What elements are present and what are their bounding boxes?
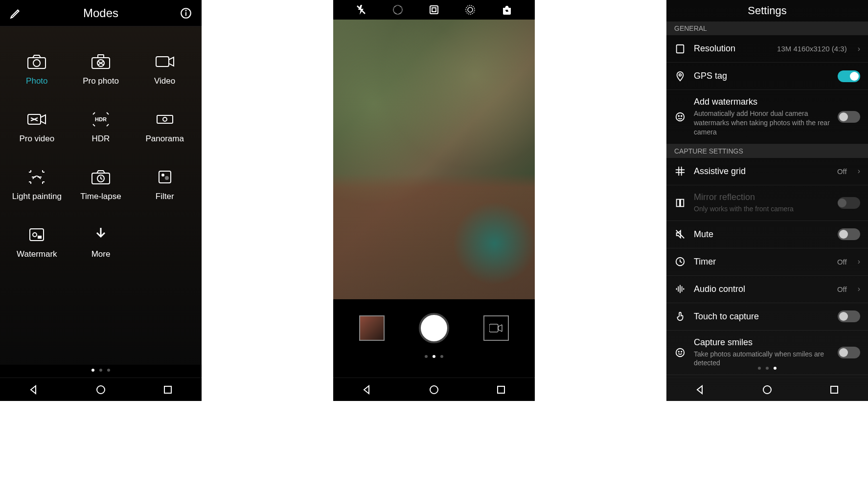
setting-mute[interactable]: Mute bbox=[666, 221, 868, 248]
chevron-right-icon: › bbox=[858, 44, 860, 53]
back-icon[interactable] bbox=[694, 384, 706, 396]
svg-rect-63 bbox=[831, 386, 838, 393]
toggle-touch[interactable] bbox=[838, 311, 860, 322]
toggle-smiles[interactable] bbox=[838, 347, 860, 358]
android-navbar bbox=[333, 377, 535, 401]
svg-text:HDR: HDR bbox=[95, 116, 107, 122]
svg-point-39 bbox=[430, 386, 438, 394]
svg-rect-38 bbox=[489, 324, 498, 332]
setting-audio[interactable]: Audio control Off › bbox=[666, 276, 868, 303]
svg-point-59 bbox=[676, 349, 685, 357]
back-icon[interactable] bbox=[28, 384, 40, 396]
back-icon[interactable] bbox=[361, 384, 373, 396]
mode-more[interactable]: More bbox=[69, 214, 133, 272]
recent-icon[interactable] bbox=[162, 384, 174, 396]
aperture-icon[interactable] bbox=[391, 3, 404, 16]
resolution-icon bbox=[674, 43, 686, 55]
row-value: 13M 4160x3120 (4:3) bbox=[777, 44, 847, 53]
touch-icon bbox=[674, 311, 686, 322]
beauty-icon[interactable] bbox=[464, 3, 477, 16]
switch-camera-icon[interactable] bbox=[501, 3, 513, 16]
camera-viewfinder[interactable] bbox=[333, 20, 535, 299]
settings-title: Settings bbox=[666, 0, 868, 22]
settings-list[interactable]: GENERAL Resolution 13M 4160x3120 (4:3) ›… bbox=[666, 22, 868, 377]
mode-watermark[interactable]: Watermark bbox=[5, 214, 69, 272]
camera-toolbar bbox=[333, 0, 535, 20]
home-icon[interactable] bbox=[95, 384, 107, 396]
svg-point-45 bbox=[681, 115, 682, 116]
mode-photo[interactable]: Photo bbox=[5, 41, 69, 99]
pro-video-icon bbox=[27, 111, 46, 127]
setting-timer[interactable]: Timer Off › bbox=[666, 248, 868, 276]
gallery-thumbnail[interactable] bbox=[359, 315, 385, 341]
mode-label: Pro photo bbox=[83, 76, 119, 86]
toggle-mirror bbox=[838, 197, 860, 209]
info-icon[interactable] bbox=[179, 6, 193, 20]
pro-camera-icon bbox=[91, 54, 111, 69]
svg-point-34 bbox=[468, 7, 473, 12]
light-painting-icon bbox=[27, 169, 46, 185]
page-indicator bbox=[425, 351, 443, 364]
mode-light-painting[interactable]: Light painting bbox=[5, 156, 69, 214]
mode-panorama[interactable]: Panorama bbox=[133, 99, 197, 156]
setting-gps[interactable]: GPS tag bbox=[666, 63, 868, 90]
mode-video[interactable]: Video bbox=[133, 41, 197, 99]
shutter-button[interactable] bbox=[419, 313, 449, 343]
mode-hdr[interactable]: HDR HDR bbox=[69, 99, 133, 156]
edit-icon[interactable] bbox=[9, 6, 23, 20]
svg-rect-50 bbox=[677, 199, 680, 206]
filter-icon bbox=[155, 169, 175, 185]
android-navbar bbox=[666, 377, 868, 401]
svg-point-16 bbox=[163, 117, 167, 121]
row-title: Add watermarks bbox=[694, 97, 830, 107]
page-indicator bbox=[0, 365, 202, 377]
dot bbox=[99, 369, 102, 372]
video-mode-button[interactable] bbox=[483, 315, 509, 341]
mode-label: HDR bbox=[92, 134, 110, 144]
recent-icon[interactable] bbox=[828, 384, 840, 396]
svg-point-35 bbox=[466, 5, 475, 14]
row-title: Audio control bbox=[694, 284, 829, 294]
svg-rect-27 bbox=[96, 239, 106, 241]
setting-resolution[interactable]: Resolution 13M 4160x3120 (4:3) › bbox=[666, 35, 868, 63]
svg-rect-32 bbox=[430, 6, 438, 14]
video-icon bbox=[155, 54, 175, 69]
settings-screen: Settings GENERAL Resolution 13M 4160x312… bbox=[666, 0, 868, 401]
recent-icon[interactable] bbox=[495, 384, 507, 396]
svg-rect-26 bbox=[38, 236, 42, 239]
mode-pro-photo[interactable]: Pro photo bbox=[69, 41, 133, 99]
svg-point-37 bbox=[432, 327, 436, 332]
flash-off-icon[interactable] bbox=[355, 3, 367, 16]
download-icon bbox=[91, 227, 111, 243]
svg-rect-7 bbox=[98, 55, 104, 58]
toggle-mute[interactable] bbox=[838, 228, 860, 240]
mode-pro-video[interactable]: Pro video bbox=[5, 99, 69, 156]
chevron-right-icon: › bbox=[858, 167, 860, 176]
row-title: GPS tag bbox=[694, 71, 830, 81]
svg-rect-41 bbox=[677, 44, 684, 53]
mirror-icon bbox=[674, 197, 686, 209]
setting-watermarks[interactable]: Add watermarks Automatically add Honor d… bbox=[666, 90, 868, 144]
home-icon[interactable] bbox=[761, 384, 773, 396]
row-value: Off bbox=[837, 258, 847, 266]
svg-rect-40 bbox=[498, 386, 504, 393]
svg-rect-21 bbox=[159, 171, 171, 183]
toggle-gps[interactable] bbox=[838, 70, 860, 82]
svg-point-60 bbox=[679, 351, 679, 352]
home-icon[interactable] bbox=[428, 384, 440, 396]
svg-point-43 bbox=[676, 113, 685, 121]
row-value: Off bbox=[837, 167, 847, 176]
mode-time-lapse[interactable]: Time-lapse bbox=[69, 156, 133, 214]
setting-touch-capture[interactable]: Touch to capture bbox=[666, 303, 868, 331]
toggle-watermarks[interactable] bbox=[838, 111, 860, 123]
mode-label: Panorama bbox=[145, 134, 183, 144]
svg-point-61 bbox=[681, 351, 682, 352]
setting-grid[interactable]: Assistive grid Off › bbox=[666, 158, 868, 185]
grid-icon bbox=[674, 165, 686, 177]
dot bbox=[433, 355, 435, 358]
mode-filter[interactable]: Filter bbox=[133, 156, 197, 214]
camera-screen bbox=[333, 0, 535, 401]
dot bbox=[425, 355, 428, 358]
camera-controls bbox=[333, 299, 535, 377]
gallery-icon[interactable] bbox=[428, 3, 440, 16]
